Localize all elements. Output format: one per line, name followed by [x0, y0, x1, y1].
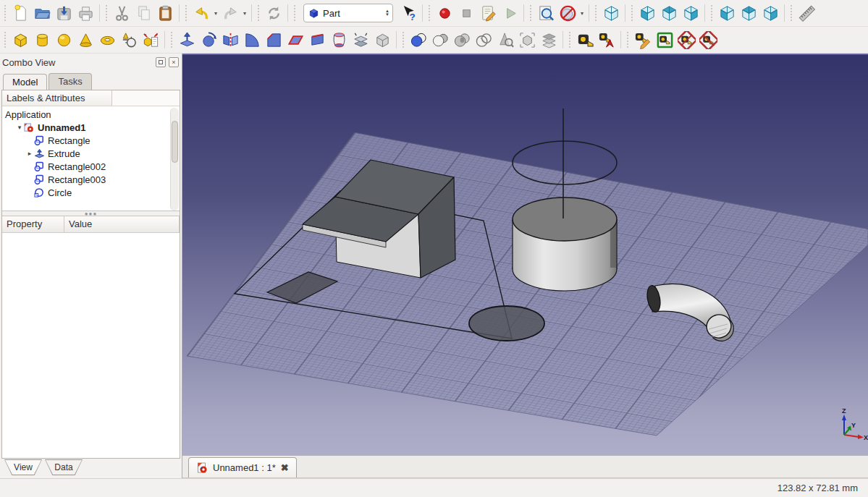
part-primitives-button[interactable] — [140, 29, 161, 51]
undo-menu-icon[interactable]: ▾ — [212, 2, 219, 24]
tree-item-label: Extrude — [48, 148, 80, 159]
combo-view-tabs: ModelTasks — [0, 71, 182, 90]
macro-stop-button[interactable] — [455, 2, 477, 24]
workbench-combobox[interactable]: Part ▲▼ — [303, 4, 393, 22]
part-extrude-button[interactable] — [176, 29, 198, 51]
revolved-cylinder[interactable] — [513, 197, 617, 291]
measure-distance-button[interactable] — [796, 2, 817, 24]
part-torus-button[interactable] — [96, 29, 118, 51]
part-crosssections-button[interactable] — [538, 29, 560, 51]
macro-play-button[interactable] — [499, 2, 521, 24]
macro-record-button[interactable] — [434, 2, 455, 24]
fit-all-button[interactable] — [535, 2, 557, 24]
chevron-right-icon[interactable]: ▸ — [25, 150, 34, 157]
tree-item-application[interactable]: Application — [2, 108, 180, 121]
draw-style-button[interactable] — [557, 2, 578, 24]
extrude-icon — [34, 148, 45, 159]
bool-common-button[interactable] — [451, 29, 473, 51]
measure-refresh-button[interactable] — [632, 29, 654, 51]
chevron-down-icon[interactable]: ▾ — [15, 124, 24, 131]
measure-linear-button[interactable] — [574, 29, 596, 51]
redo-button[interactable] — [219, 2, 241, 24]
bottom-tab-view[interactable]: View — [4, 459, 42, 475]
part-offset-button[interactable] — [350, 29, 371, 51]
new-file-button[interactable] — [9, 2, 31, 24]
view-rear-button[interactable] — [716, 2, 738, 24]
macro-edit-button[interactable] — [477, 2, 499, 24]
tab-model[interactable]: Model — [3, 74, 47, 90]
tree-item-label: Rectangle003 — [48, 174, 106, 185]
part-sphere-button[interactable] — [53, 29, 75, 51]
measure-angular-button[interactable] — [596, 29, 618, 51]
combobox-spinner-icon[interactable]: ▲▼ — [385, 9, 389, 17]
cut-button[interactable] — [111, 2, 132, 24]
measure-toggle-delta-button[interactable] — [697, 29, 719, 51]
3d-viewport[interactable]: Z Y X — [182, 54, 868, 456]
toolbar-separator — [589, 4, 589, 22]
redo-menu-icon[interactable]: ▾ — [241, 2, 248, 24]
refresh-button[interactable] — [263, 2, 285, 24]
part-thickness-button[interactable] — [371, 29, 393, 51]
measure-toggle-all-button[interactable] — [654, 29, 675, 51]
toolbar-group — [111, 2, 176, 24]
bool-union-button[interactable] — [408, 29, 429, 51]
part-ruledsurface-icon — [308, 31, 326, 49]
part-revolve-button[interactable] — [198, 29, 219, 51]
document-tab-close-icon[interactable]: ✖ — [281, 462, 289, 473]
part-ruledsurface-button[interactable] — [306, 29, 328, 51]
tree-item-circle[interactable]: Circle — [2, 186, 180, 199]
part-section-button[interactable] — [473, 29, 494, 51]
tree-scrollbar-thumb[interactable] — [172, 121, 178, 163]
undo-button[interactable] — [190, 2, 212, 24]
freecad-document-icon — [196, 462, 208, 474]
bottom-tab-data[interactable]: Data — [45, 459, 83, 475]
part-makeface-button[interactable] — [285, 29, 306, 51]
model-tree[interactable]: Application▾Unnamed1Rectangle▸ExtrudeRec… — [2, 106, 180, 211]
part-defeaturing-button[interactable] — [516, 29, 538, 51]
part-loft-button[interactable] — [328, 29, 350, 51]
view-left-button[interactable] — [759, 2, 781, 24]
bool-cut-button[interactable] — [429, 29, 451, 51]
tree-item-extrude[interactable]: ▸Extrude — [2, 147, 180, 160]
tab-tasks[interactable]: Tasks — [49, 73, 91, 90]
tree-item-rectangle003[interactable]: Rectangle003 — [2, 173, 180, 186]
toolbar-separator — [164, 31, 165, 48]
tree-header-labels[interactable]: Labels & Attributes — [2, 90, 112, 106]
part-fillet-button[interactable] — [241, 29, 263, 51]
print-button[interactable] — [75, 2, 96, 24]
tree-item-rectangle002[interactable]: Rectangle002 — [2, 160, 180, 173]
paste-button[interactable] — [154, 2, 176, 24]
view-bottom-button[interactable] — [738, 2, 759, 24]
open-file-button[interactable] — [31, 2, 53, 24]
toolbar-separator — [620, 31, 621, 48]
save-file-button[interactable] — [53, 2, 75, 24]
part-cone-button[interactable] — [75, 29, 96, 51]
view-front-button[interactable] — [636, 2, 658, 24]
tree-item-unnamed1[interactable]: ▾Unnamed1 — [2, 121, 180, 134]
part-chamfer-button[interactable] — [263, 29, 285, 51]
macro-record-icon — [436, 4, 454, 22]
panel-float-button[interactable] — [156, 57, 166, 67]
tree-scrollbar[interactable] — [170, 108, 179, 211]
part-cylinder-button[interactable] — [31, 29, 53, 51]
view-axonometric-button[interactable] — [600, 2, 622, 24]
property-column-header[interactable]: Property — [2, 216, 64, 232]
view-axonometric-icon — [602, 4, 620, 22]
document-tab[interactable]: Unnamed1 : 1* ✖ — [188, 457, 297, 477]
part-shapeinfo-button[interactable] — [494, 29, 516, 51]
sketch-circle-face[interactable] — [469, 306, 544, 341]
view-right-button[interactable] — [680, 2, 701, 24]
property-table-body[interactable] — [2, 233, 180, 458]
whats-this-button[interactable]: ? — [397, 2, 419, 24]
draw-style-menu-icon[interactable]: ▾ — [578, 2, 586, 24]
panel-close-button[interactable]: × — [169, 57, 179, 67]
part-shapebuilder-button[interactable] — [118, 29, 140, 51]
copy-button[interactable] — [132, 2, 154, 24]
part-box-button[interactable] — [9, 29, 31, 51]
view-top-button[interactable] — [658, 2, 680, 24]
tree-item-rectangle[interactable]: Rectangle — [2, 134, 180, 147]
value-column-header[interactable]: Value — [64, 216, 180, 232]
part-mirror-button[interactable] — [219, 29, 241, 51]
panel-splitter[interactable]: ●●● — [2, 211, 180, 216]
measure-toggle-3d-button[interactable] — [675, 29, 697, 51]
